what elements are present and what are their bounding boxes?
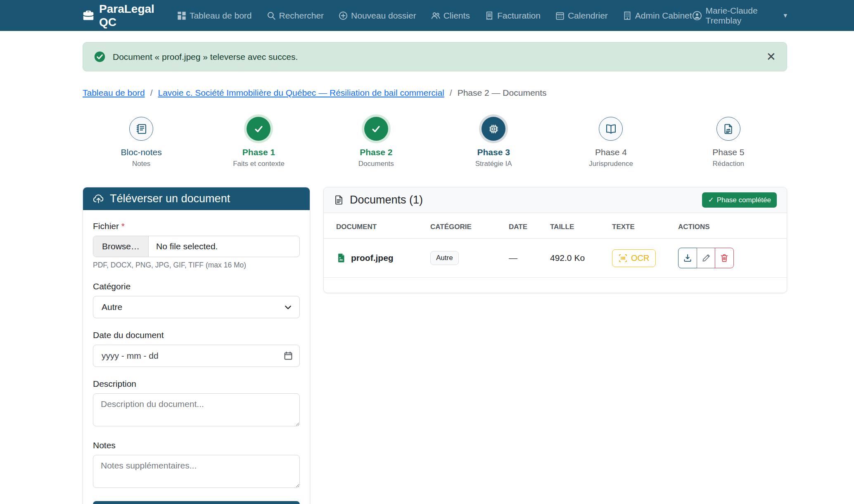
step-phase-2: Phase 2 Documents <box>318 117 435 168</box>
caret-down-icon: ▾ <box>783 11 787 20</box>
category-badge: Autre <box>430 251 459 265</box>
file-richtext-icon <box>723 123 734 135</box>
notes-textarea[interactable] <box>93 455 300 488</box>
step-phase-3-circle[interactable] <box>482 117 505 141</box>
alert-message: Document « proof.jpeg » televerse avec s… <box>113 52 298 62</box>
col-header-date: DATE <box>501 213 543 239</box>
receipt-icon <box>485 11 494 20</box>
documents-card-header: Documents (1) ✓ Phase complétée <box>324 187 787 213</box>
col-header-document: DOCUMENT <box>324 213 423 239</box>
file-image-icon <box>336 253 346 263</box>
building-icon <box>623 11 632 20</box>
calendar-icon <box>555 11 565 20</box>
check-circle-icon <box>94 51 106 63</box>
documents-card: Documents (1) ✓ Phase complétée DOCUMENT… <box>323 187 787 293</box>
phase-stepper: Bloc-notes Notes Phase 1 Faits et contex… <box>83 117 787 168</box>
col-header-text: TEXTE <box>605 213 671 239</box>
plus-circle-icon <box>339 11 348 20</box>
trash-icon <box>720 253 729 263</box>
cpu-icon <box>488 123 499 135</box>
description-label: Description <box>93 379 300 389</box>
download-button[interactable] <box>678 248 697 268</box>
step-phase-1-circle[interactable] <box>247 117 270 141</box>
step-bloc-notes-circle[interactable] <box>129 117 153 141</box>
step-phase-5: Phase 5 Rédaction <box>670 117 787 168</box>
step-phase-4-circle[interactable] <box>599 117 623 141</box>
file-label: Fichier * <box>93 221 300 231</box>
breadcrumb-current: Phase 2 — Documents <box>458 88 547 98</box>
scan-icon <box>619 254 627 263</box>
nav-item-search[interactable]: Rechercher <box>267 11 324 21</box>
documents-card-title: Documents (1) <box>350 194 423 206</box>
download-icon <box>683 253 692 263</box>
close-icon[interactable]: ✕ <box>766 51 776 63</box>
top-navbar: ParaLegal QC Tableau de bord Rechercher … <box>0 0 854 31</box>
check-icon <box>370 123 382 135</box>
pencil-icon <box>702 253 711 263</box>
phase-complete-badge: ✓ Phase complétée <box>702 192 777 208</box>
category-label: Catégorie <box>93 282 300 291</box>
date-input[interactable] <box>93 345 300 367</box>
calendar-icon <box>284 351 293 360</box>
search-icon <box>267 11 276 20</box>
nav-item-new-case[interactable]: Nouveau dossier <box>339 11 416 21</box>
breadcrumb-dashboard[interactable]: Tableau de bord <box>83 88 145 98</box>
book-icon <box>605 123 617 135</box>
upload-submit-button[interactable]: Téléverser <box>93 501 300 504</box>
ocr-button[interactable]: OCR <box>612 249 656 267</box>
category-select[interactable]: Autre <box>93 296 300 318</box>
edit-button[interactable] <box>697 248 716 268</box>
upload-card-title: Téléverser un document <box>110 192 230 205</box>
document-date: — <box>501 239 543 278</box>
chevron-down-icon <box>284 303 292 312</box>
document-size: 492.0 Ko <box>543 239 605 278</box>
step-phase-4: Phase 4 Jurisprudence <box>552 117 669 168</box>
briefcase-icon <box>83 10 94 21</box>
nav-links: Tableau de bord Rechercher Nouveau dossi… <box>177 11 692 21</box>
category-value[interactable]: Autre <box>93 296 300 318</box>
nav-item-dashboard[interactable]: Tableau de bord <box>177 11 252 21</box>
brand-name: ParaLegal QC <box>99 2 161 29</box>
col-header-actions: ACTIONS <box>671 213 787 239</box>
breadcrumb: Tableau de bord / Lavoie c. Société Immo… <box>83 88 787 98</box>
col-header-size: TAILLE <box>543 213 605 239</box>
date-label: Date du document <box>93 330 300 340</box>
notes-label: Notes <box>93 440 300 450</box>
row-actions <box>678 248 779 268</box>
step-phase-3: Phase 3 Stratégie IA <box>435 117 552 168</box>
file-input[interactable]: Browse… No file selected. <box>93 236 300 257</box>
people-icon <box>431 11 440 20</box>
success-alert: Document « proof.jpeg » televerse avec s… <box>83 42 787 71</box>
step-bloc-notes: Bloc-notes Notes <box>83 117 200 168</box>
col-header-category: CATÉGORIE <box>423 213 501 239</box>
file-chosen-text: No file selected. <box>149 236 225 257</box>
breadcrumb-case[interactable]: Lavoie c. Société Immobilière du Québec … <box>158 88 444 98</box>
document-name: proof.jpeg <box>336 253 415 263</box>
nav-item-billing[interactable]: Facturation <box>485 11 541 21</box>
person-circle-icon <box>692 11 702 21</box>
delete-button[interactable] <box>715 248 734 268</box>
upload-card-header: Téléverser un document <box>83 187 310 210</box>
cloud-upload-icon <box>93 193 104 204</box>
step-phase-2-circle[interactable] <box>364 117 388 141</box>
journal-icon <box>136 123 147 135</box>
brand-logo[interactable]: ParaLegal QC <box>83 2 161 29</box>
documents-table: DOCUMENT CATÉGORIE DATE TAILLE TEXTE ACT… <box>324 213 787 278</box>
description-textarea[interactable] <box>93 393 300 426</box>
file-help-text: PDF, DOCX, PNG, JPG, GIF, TIFF (max 16 M… <box>93 261 300 270</box>
nav-item-calendar[interactable]: Calendrier <box>555 11 608 21</box>
step-phase-1: Phase 1 Faits et contexte <box>200 117 317 168</box>
browse-button[interactable]: Browse… <box>93 236 149 257</box>
grid-icon <box>177 11 186 20</box>
check-icon <box>253 123 264 135</box>
table-row: proof.jpeg Autre — 492.0 Ko <box>324 239 787 278</box>
nav-item-clients[interactable]: Clients <box>431 11 470 21</box>
nav-item-admin[interactable]: Admin Cabinet <box>623 11 692 21</box>
user-name: Marie-Claude Tremblay <box>706 6 778 26</box>
user-menu[interactable]: Marie-Claude Tremblay ▾ <box>692 6 787 26</box>
file-text-icon <box>334 195 344 205</box>
step-phase-5-circle[interactable] <box>716 117 740 141</box>
upload-card: Téléverser un document Fichier * Browse…… <box>83 187 310 504</box>
